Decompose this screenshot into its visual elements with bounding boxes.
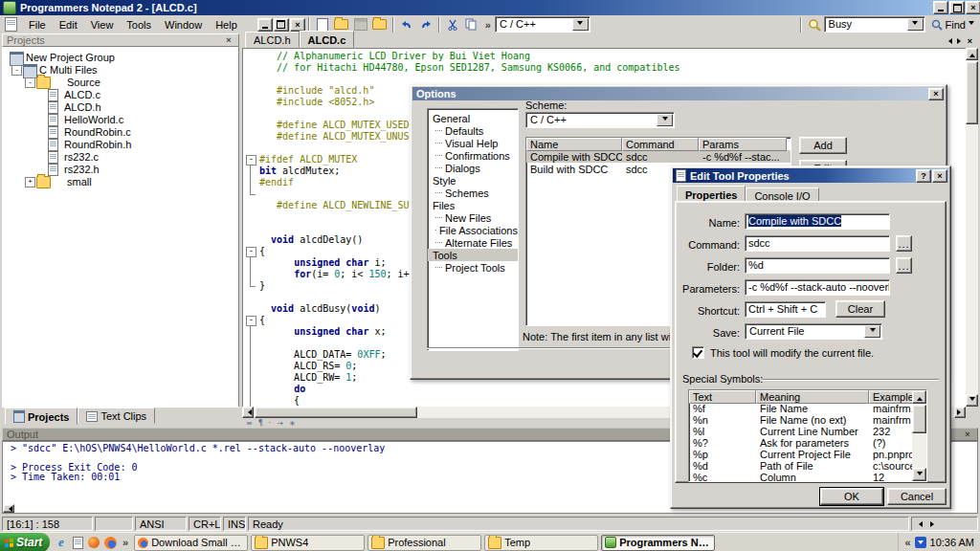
search-combobox[interactable]: Busy bbox=[824, 16, 925, 33]
tray-update-icon[interactable] bbox=[915, 537, 926, 548]
arrow-left-icon[interactable] bbox=[916, 521, 923, 527]
cancel-button[interactable]: Cancel bbox=[887, 488, 947, 505]
options-tree-item-dialogs[interactable]: Dialogs bbox=[428, 162, 518, 174]
chevron-down-icon[interactable] bbox=[657, 114, 673, 126]
chevron-down-icon[interactable] bbox=[572, 18, 589, 31]
tree-item-roundrobin-h[interactable]: RoundRobin.h bbox=[2, 138, 238, 150]
tree-item-new-project-group[interactable]: New Project Group bbox=[2, 51, 238, 63]
symbol-row[interactable]: %cColumn12 bbox=[689, 472, 926, 482]
options-tree-item-defaults[interactable]: Defaults bbox=[428, 124, 518, 137]
options-tree-item-visual-help[interactable]: Visual Help bbox=[428, 137, 518, 149]
scroll-up-icon[interactable] bbox=[912, 390, 926, 404]
help-icon[interactable]: ? bbox=[916, 169, 931, 183]
scheme-combobox[interactable]: C / C++ bbox=[495, 16, 590, 33]
options-tree-item-general[interactable]: General bbox=[428, 112, 518, 124]
symbol-row[interactable]: %dPath of Filec:\source\pn\test\ bbox=[689, 460, 926, 472]
editor-tab-alcd-c[interactable]: ALCD.c bbox=[300, 31, 355, 48]
find-in-files-icon[interactable] bbox=[805, 16, 824, 33]
document-icon[interactable] bbox=[70, 535, 85, 550]
taskbar-task-temp[interactable]: Temp bbox=[484, 535, 598, 551]
tool-dialog-titlebar[interactable]: Edit Tool Properties ? × bbox=[673, 168, 948, 183]
code-line[interactable]: // for Hitachi HD44780, Epson SED1287, S… bbox=[243, 62, 966, 74]
symbol-row[interactable]: %?Ask for parameters(?) bbox=[689, 437, 926, 449]
minimize-button[interactable] bbox=[933, 1, 948, 14]
fold-margin[interactable] bbox=[243, 246, 259, 257]
symbols-scrollbar[interactable] bbox=[912, 390, 926, 481]
ok-button[interactable]: OK bbox=[820, 488, 883, 505]
copy-icon[interactable] bbox=[462, 16, 481, 33]
editor-tab-alcd-h[interactable]: ALCD.h bbox=[245, 32, 300, 48]
tree-item-source[interactable]: -Source bbox=[2, 76, 238, 88]
find-button[interactable]: Find bbox=[925, 19, 980, 31]
internet-explorer-icon[interactable]: e bbox=[54, 535, 69, 550]
output-scroll-left-icon[interactable] bbox=[3, 504, 14, 513]
cut-icon[interactable] bbox=[443, 16, 462, 33]
options-scheme-combobox[interactable]: C / C++ bbox=[525, 112, 675, 128]
firefox-icon[interactable] bbox=[102, 535, 118, 550]
tab-projects[interactable]: Projects bbox=[5, 408, 78, 425]
scroll-thumb[interactable] bbox=[255, 407, 417, 418]
tree-expander-icon[interactable]: - bbox=[11, 65, 22, 76]
tree-item-roundrobin-c[interactable]: RoundRobin.c bbox=[2, 125, 238, 138]
tree-item-small[interactable]: +small bbox=[2, 175, 238, 187]
menu-view[interactable]: View bbox=[84, 17, 121, 33]
shortcut-input[interactable]: Ctrl + Shift + C bbox=[745, 301, 826, 318]
options-dialog-titlebar[interactable]: Options × bbox=[412, 87, 945, 100]
menu-tools[interactable]: Tools bbox=[120, 17, 158, 33]
symbol-row[interactable]: %lCurrent Line Number232 bbox=[689, 426, 926, 437]
taskbar-task-professional[interactable]: Professional bbox=[368, 535, 481, 551]
word-wrap-icon[interactable]: ¶ bbox=[258, 419, 263, 428]
options-tree-item-new-files[interactable]: New Files bbox=[428, 211, 518, 224]
column-header-command[interactable]: Command bbox=[622, 138, 699, 151]
special-symbols-table[interactable]: TextMeaningExample%fFile Namemainfrm.cpp… bbox=[688, 389, 927, 482]
scroll-down-icon[interactable] bbox=[966, 394, 978, 407]
whitespace-icon[interactable]: · bbox=[269, 419, 272, 428]
tab-scroll-left-icon[interactable] bbox=[945, 36, 954, 46]
undo-icon[interactable] bbox=[397, 16, 416, 33]
options-tree-item-files[interactable]: Files bbox=[428, 199, 518, 211]
scroll-thumb[interactable] bbox=[966, 61, 978, 124]
chevron-down-icon[interactable] bbox=[907, 18, 924, 31]
column-header-text[interactable]: Text bbox=[689, 390, 756, 404]
symbol-row[interactable]: %nFile Name (no ext)mainfrm bbox=[689, 414, 926, 426]
menu-edit[interactable]: Edit bbox=[53, 17, 84, 33]
add-tool-button[interactable]: Add bbox=[799, 137, 847, 154]
modify-file-checkbox[interactable] bbox=[692, 346, 704, 359]
command-input[interactable]: sdcc bbox=[745, 235, 890, 252]
save-all-icon[interactable] bbox=[370, 16, 390, 33]
close-output-icon[interactable]: × bbox=[962, 430, 973, 440]
options-tree-item-schemes[interactable]: Schemes bbox=[428, 187, 518, 199]
projects-panel-header[interactable]: Projects × bbox=[2, 33, 239, 47]
column-header-name[interactable]: Name bbox=[526, 138, 622, 151]
tree-expander-icon[interactable]: - bbox=[25, 77, 35, 88]
options-tree-item-style[interactable]: Style bbox=[428, 174, 518, 187]
options-tree-item-project-tools[interactable]: Project Tools bbox=[428, 261, 518, 274]
symbol-row[interactable]: %pCurrent Project Filepn.pnproj bbox=[689, 449, 926, 460]
tab-scroll-right-icon[interactable] bbox=[956, 36, 966, 46]
name-input[interactable]: Compile with SDCC bbox=[745, 213, 890, 230]
taskbar-task-programmers-notepa-[interactable]: Programmers Notepa... bbox=[601, 535, 715, 551]
browse-command-button[interactable]: ... bbox=[896, 235, 912, 252]
column-header-meaning[interactable]: Meaning bbox=[756, 390, 869, 404]
system-menu-icon[interactable] bbox=[5, 17, 17, 32]
options-tree-item-tools[interactable]: Tools bbox=[428, 249, 518, 261]
scroll-down-icon[interactable] bbox=[912, 468, 926, 481]
scroll-thumb[interactable] bbox=[912, 405, 926, 433]
folder-input[interactable]: %d bbox=[745, 257, 890, 274]
maximize-button[interactable] bbox=[949, 1, 965, 14]
browse-folder-button[interactable]: ... bbox=[896, 257, 912, 274]
start-button[interactable]: Start bbox=[0, 533, 50, 551]
menu-help[interactable]: Help bbox=[209, 17, 244, 33]
clear-shortcut-button[interactable]: Clear bbox=[835, 300, 885, 318]
long-line-marker-icon[interactable]: → bbox=[277, 419, 283, 428]
menu-window[interactable]: Window bbox=[158, 17, 209, 33]
save-combobox[interactable]: Current File bbox=[745, 323, 882, 340]
mdi-close-icon[interactable]: × bbox=[290, 18, 305, 32]
tree-item-helloworld-c[interactable]: HelloWorld.c bbox=[2, 113, 238, 125]
close-button[interactable]: × bbox=[966, 1, 980, 14]
scroll-right-icon[interactable] bbox=[954, 407, 966, 418]
mdi-restore-icon[interactable] bbox=[274, 18, 289, 32]
tool-row[interactable]: Compile with SDCCsdcc-c %d%f --stac... bbox=[526, 150, 791, 163]
taskbar-task-pnws4[interactable]: PNWS4 bbox=[251, 535, 365, 551]
tab-text-clips[interactable]: Text Clips bbox=[78, 408, 155, 424]
